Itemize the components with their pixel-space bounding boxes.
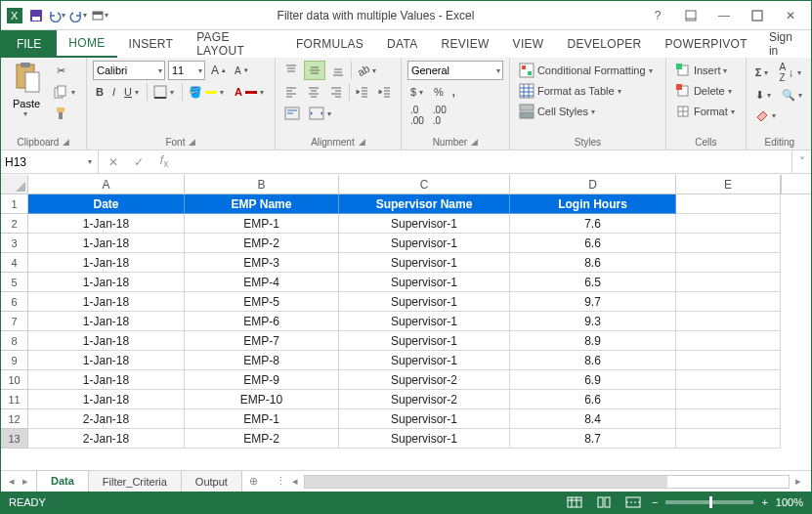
cell[interactable]: EMP-4 xyxy=(185,273,339,292)
zoom-in-icon[interactable]: + xyxy=(761,496,767,508)
cell[interactable]: Login Hours xyxy=(510,194,676,214)
cell[interactable]: 6.9 xyxy=(510,370,676,390)
chevron-down-icon[interactable]: ▾ xyxy=(88,157,94,166)
cell[interactable] xyxy=(676,292,781,312)
cell[interactable]: 1-Jan-18 xyxy=(28,214,185,234)
font-color-button[interactable]: A▾ xyxy=(232,82,269,102)
dialog-launcher-icon[interactable]: ◢ xyxy=(359,137,365,147)
cell[interactable]: EMP-2 xyxy=(185,429,339,449)
row-header[interactable]: 11 xyxy=(1,390,28,409)
fx-icon[interactable]: fx xyxy=(155,153,173,169)
font-size-select[interactable]: 11▾ xyxy=(168,61,205,80)
format-painter-button[interactable] xyxy=(50,104,80,123)
cell[interactable] xyxy=(676,214,781,234)
tab-insert[interactable]: INSERT xyxy=(117,30,186,58)
paste-button[interactable]: Paste ▾ xyxy=(7,61,46,120)
page-break-view-icon[interactable] xyxy=(622,494,644,510)
cell[interactable]: 1-Jan-18 xyxy=(28,351,185,370)
qat-customize-icon[interactable]: ▾ xyxy=(91,6,110,25)
cell[interactable]: Supervisor-1 xyxy=(339,429,510,449)
cell[interactable]: 7.6 xyxy=(510,214,676,234)
row-header[interactable]: 3 xyxy=(1,234,28,253)
cell[interactable]: 8.6 xyxy=(510,351,676,370)
cell[interactable]: 8.9 xyxy=(510,331,676,351)
insert-cells-button[interactable]: Insert▾ xyxy=(672,61,733,80)
cell[interactable]: Supervisor-1 xyxy=(339,351,510,370)
font-name-select[interactable]: Calibri▾ xyxy=(93,61,165,80)
cell[interactable]: Supervisor-1 xyxy=(339,292,510,312)
format-as-table-button[interactable]: Format as Table▾ xyxy=(516,81,626,101)
column-header-E[interactable]: E xyxy=(676,175,781,193)
cell[interactable]: EMP-8 xyxy=(185,351,339,370)
cell[interactable]: 8.4 xyxy=(510,409,676,429)
row-header[interactable]: 13 xyxy=(1,429,28,449)
cell[interactable]: 2-Jan-18 xyxy=(28,429,185,449)
row-header[interactable]: 8 xyxy=(1,331,28,351)
merge-center-button[interactable]: ▾ xyxy=(306,104,336,123)
minimize-icon[interactable]: — xyxy=(707,4,741,27)
new-sheet-button[interactable]: ⊕ xyxy=(242,475,266,488)
tab-developer[interactable]: DEVELOPER xyxy=(555,30,653,58)
cell[interactable]: 1-Jan-18 xyxy=(28,253,185,273)
zoom-out-icon[interactable]: − xyxy=(652,496,658,508)
cell[interactable]: Supervisor-1 xyxy=(339,312,510,331)
tab-powerpivot[interactable]: POWERPIVOT xyxy=(654,30,759,58)
formula-input[interactable] xyxy=(181,150,786,173)
sheet-tab-filter_criteria[interactable]: Filter_Criteria xyxy=(89,471,182,493)
sign-in-link[interactable]: Sign in xyxy=(759,30,811,58)
row-header[interactable]: 2 xyxy=(1,214,28,234)
increase-indent-button[interactable] xyxy=(375,82,395,102)
tab-file[interactable]: FILE xyxy=(1,30,57,58)
dialog-launcher-icon[interactable]: ◢ xyxy=(63,137,69,147)
zoom-level[interactable]: 100% xyxy=(776,496,803,508)
row-header[interactable]: 10 xyxy=(1,370,28,390)
align-middle-button[interactable] xyxy=(304,61,325,80)
row-header[interactable]: 4 xyxy=(1,253,28,273)
page-layout-view-icon[interactable] xyxy=(593,494,615,510)
column-header-D[interactable]: D xyxy=(510,175,676,193)
tab-review[interactable]: REVIEW xyxy=(429,30,500,58)
sheet-nav-next-icon[interactable]: ▸ xyxy=(22,475,28,488)
ribbon-options-icon[interactable] xyxy=(674,4,707,27)
cell[interactable]: EMP-5 xyxy=(185,292,339,312)
cell[interactable]: Supervisor-1 xyxy=(339,214,510,234)
align-top-button[interactable] xyxy=(281,61,301,80)
row-header[interactable]: 1 xyxy=(1,194,28,214)
cell[interactable] xyxy=(676,273,781,292)
grow-font-button[interactable]: A▴ xyxy=(208,61,229,80)
column-header-C[interactable]: C xyxy=(339,175,510,193)
tab-data[interactable]: DATA xyxy=(375,30,429,58)
find-select-button[interactable]: 🔍▾ xyxy=(779,85,807,105)
cell[interactable]: Supervisor-1 xyxy=(339,273,510,292)
tab-split-handle[interactable]: ⋮ xyxy=(276,475,286,488)
cell[interactable]: 8.6 xyxy=(510,253,676,273)
cell[interactable]: EMP-7 xyxy=(185,331,339,351)
column-header-B[interactable]: B xyxy=(185,175,339,193)
scroll-left-icon[interactable]: ◂ xyxy=(292,475,298,488)
help-icon[interactable]: ? xyxy=(641,4,674,27)
select-all-button[interactable] xyxy=(1,175,28,193)
cut-button[interactable]: ✂ xyxy=(50,61,80,80)
wrap-text-button[interactable] xyxy=(281,104,303,123)
cell[interactable]: 8.7 xyxy=(510,429,676,449)
cell[interactable] xyxy=(676,409,781,429)
cell[interactable]: Supervisor-1 xyxy=(339,234,510,253)
sheet-nav-prev-icon[interactable]: ◂ xyxy=(9,475,15,488)
sort-filter-button[interactable]: AZ↓▾ xyxy=(776,61,805,84)
cell[interactable]: 1-Jan-18 xyxy=(28,331,185,351)
decrease-decimal-button[interactable]: .00.0 xyxy=(430,104,449,127)
cell[interactable] xyxy=(676,331,781,351)
sheet-tab-data[interactable]: Data xyxy=(36,470,89,492)
tab-home[interactable]: HOME xyxy=(57,30,116,58)
chevron-down-icon[interactable]: ▾ xyxy=(71,88,77,97)
cell[interactable]: 6.5 xyxy=(510,273,676,292)
cell[interactable]: Supervisor-1 xyxy=(339,253,510,273)
cell[interactable]: EMP-1 xyxy=(185,409,339,429)
cell[interactable]: 9.3 xyxy=(510,312,676,331)
row-header[interactable]: 12 xyxy=(1,409,28,429)
autosum-button[interactable]: Σ▾ xyxy=(752,63,774,82)
cell[interactable] xyxy=(676,429,781,449)
cell[interactable]: 1-Jan-18 xyxy=(28,370,185,390)
increase-decimal-button[interactable]: .0.00 xyxy=(407,104,427,127)
shrink-font-button[interactable]: A▾ xyxy=(232,61,251,80)
